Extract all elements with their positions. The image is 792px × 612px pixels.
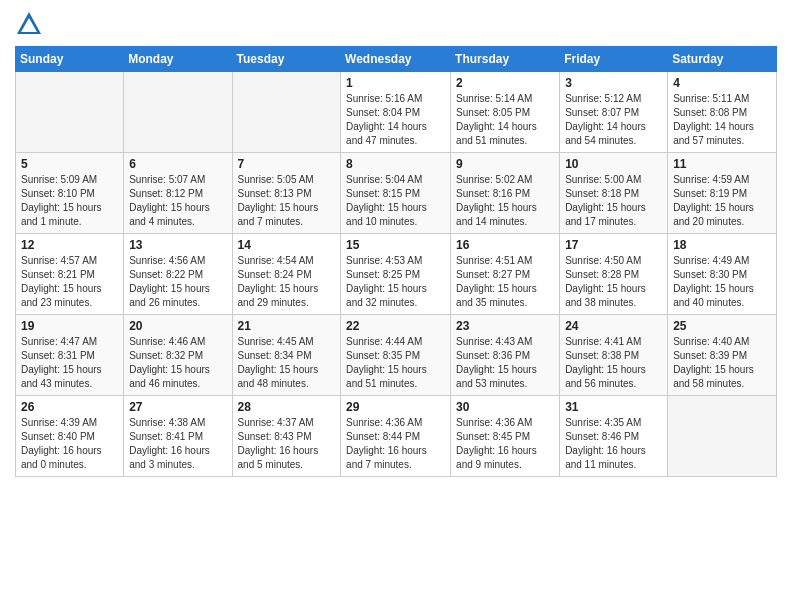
calendar-table: SundayMondayTuesdayWednesdayThursdayFrid… xyxy=(15,46,777,477)
week-row-1: 5Sunrise: 5:09 AMSunset: 8:10 PMDaylight… xyxy=(16,153,777,234)
day-info: Sunrise: 5:05 AMSunset: 8:13 PMDaylight:… xyxy=(238,173,336,229)
day-info: Sunrise: 4:53 AMSunset: 8:25 PMDaylight:… xyxy=(346,254,445,310)
header-cell-monday: Monday xyxy=(124,47,232,72)
calendar-cell: 27Sunrise: 4:38 AMSunset: 8:41 PMDayligh… xyxy=(124,396,232,477)
day-info: Sunrise: 5:00 AMSunset: 8:18 PMDaylight:… xyxy=(565,173,662,229)
day-number: 25 xyxy=(673,319,771,333)
calendar-cell: 12Sunrise: 4:57 AMSunset: 8:21 PMDayligh… xyxy=(16,234,124,315)
day-number: 26 xyxy=(21,400,118,414)
calendar-cell: 30Sunrise: 4:36 AMSunset: 8:45 PMDayligh… xyxy=(451,396,560,477)
calendar-cell: 14Sunrise: 4:54 AMSunset: 8:24 PMDayligh… xyxy=(232,234,341,315)
day-info: Sunrise: 4:36 AMSunset: 8:44 PMDaylight:… xyxy=(346,416,445,472)
day-info: Sunrise: 4:47 AMSunset: 8:31 PMDaylight:… xyxy=(21,335,118,391)
header-cell-friday: Friday xyxy=(560,47,668,72)
week-row-3: 19Sunrise: 4:47 AMSunset: 8:31 PMDayligh… xyxy=(16,315,777,396)
day-info: Sunrise: 5:09 AMSunset: 8:10 PMDaylight:… xyxy=(21,173,118,229)
day-number: 21 xyxy=(238,319,336,333)
calendar-cell xyxy=(16,72,124,153)
week-row-0: 1Sunrise: 5:16 AMSunset: 8:04 PMDaylight… xyxy=(16,72,777,153)
calendar-cell: 16Sunrise: 4:51 AMSunset: 8:27 PMDayligh… xyxy=(451,234,560,315)
day-number: 2 xyxy=(456,76,554,90)
day-number: 23 xyxy=(456,319,554,333)
header-row: SundayMondayTuesdayWednesdayThursdayFrid… xyxy=(16,47,777,72)
day-number: 1 xyxy=(346,76,445,90)
calendar-cell: 24Sunrise: 4:41 AMSunset: 8:38 PMDayligh… xyxy=(560,315,668,396)
day-number: 18 xyxy=(673,238,771,252)
day-info: Sunrise: 4:38 AMSunset: 8:41 PMDaylight:… xyxy=(129,416,226,472)
day-info: Sunrise: 4:59 AMSunset: 8:19 PMDaylight:… xyxy=(673,173,771,229)
calendar-cell xyxy=(668,396,777,477)
calendar-cell: 18Sunrise: 4:49 AMSunset: 8:30 PMDayligh… xyxy=(668,234,777,315)
day-info: Sunrise: 4:50 AMSunset: 8:28 PMDaylight:… xyxy=(565,254,662,310)
calendar-cell: 29Sunrise: 4:36 AMSunset: 8:44 PMDayligh… xyxy=(341,396,451,477)
day-number: 24 xyxy=(565,319,662,333)
day-number: 7 xyxy=(238,157,336,171)
day-info: Sunrise: 4:57 AMSunset: 8:21 PMDaylight:… xyxy=(21,254,118,310)
day-info: Sunrise: 4:40 AMSunset: 8:39 PMDaylight:… xyxy=(673,335,771,391)
calendar-cell: 1Sunrise: 5:16 AMSunset: 8:04 PMDaylight… xyxy=(341,72,451,153)
calendar-cell: 22Sunrise: 4:44 AMSunset: 8:35 PMDayligh… xyxy=(341,315,451,396)
day-number: 6 xyxy=(129,157,226,171)
day-number: 22 xyxy=(346,319,445,333)
day-info: Sunrise: 5:11 AMSunset: 8:08 PMDaylight:… xyxy=(673,92,771,148)
calendar-cell: 25Sunrise: 4:40 AMSunset: 8:39 PMDayligh… xyxy=(668,315,777,396)
week-row-4: 26Sunrise: 4:39 AMSunset: 8:40 PMDayligh… xyxy=(16,396,777,477)
day-number: 20 xyxy=(129,319,226,333)
header xyxy=(15,10,777,38)
day-number: 15 xyxy=(346,238,445,252)
calendar-cell: 2Sunrise: 5:14 AMSunset: 8:05 PMDaylight… xyxy=(451,72,560,153)
calendar-header: SundayMondayTuesdayWednesdayThursdayFrid… xyxy=(16,47,777,72)
calendar-cell: 6Sunrise: 5:07 AMSunset: 8:12 PMDaylight… xyxy=(124,153,232,234)
calendar-cell xyxy=(124,72,232,153)
day-info: Sunrise: 4:39 AMSunset: 8:40 PMDaylight:… xyxy=(21,416,118,472)
day-info: Sunrise: 5:07 AMSunset: 8:12 PMDaylight:… xyxy=(129,173,226,229)
calendar-cell: 20Sunrise: 4:46 AMSunset: 8:32 PMDayligh… xyxy=(124,315,232,396)
calendar-cell: 10Sunrise: 5:00 AMSunset: 8:18 PMDayligh… xyxy=(560,153,668,234)
day-number: 5 xyxy=(21,157,118,171)
calendar-cell: 31Sunrise: 4:35 AMSunset: 8:46 PMDayligh… xyxy=(560,396,668,477)
page: SundayMondayTuesdayWednesdayThursdayFrid… xyxy=(0,0,792,612)
calendar-cell: 23Sunrise: 4:43 AMSunset: 8:36 PMDayligh… xyxy=(451,315,560,396)
day-info: Sunrise: 4:45 AMSunset: 8:34 PMDaylight:… xyxy=(238,335,336,391)
logo xyxy=(15,10,47,38)
week-row-2: 12Sunrise: 4:57 AMSunset: 8:21 PMDayligh… xyxy=(16,234,777,315)
calendar-cell: 5Sunrise: 5:09 AMSunset: 8:10 PMDaylight… xyxy=(16,153,124,234)
day-number: 27 xyxy=(129,400,226,414)
calendar-cell: 26Sunrise: 4:39 AMSunset: 8:40 PMDayligh… xyxy=(16,396,124,477)
day-number: 8 xyxy=(346,157,445,171)
day-info: Sunrise: 4:46 AMSunset: 8:32 PMDaylight:… xyxy=(129,335,226,391)
calendar-cell: 13Sunrise: 4:56 AMSunset: 8:22 PMDayligh… xyxy=(124,234,232,315)
day-number: 13 xyxy=(129,238,226,252)
header-cell-wednesday: Wednesday xyxy=(341,47,451,72)
calendar-cell: 17Sunrise: 4:50 AMSunset: 8:28 PMDayligh… xyxy=(560,234,668,315)
day-info: Sunrise: 4:54 AMSunset: 8:24 PMDaylight:… xyxy=(238,254,336,310)
calendar-cell: 9Sunrise: 5:02 AMSunset: 8:16 PMDaylight… xyxy=(451,153,560,234)
day-info: Sunrise: 4:36 AMSunset: 8:45 PMDaylight:… xyxy=(456,416,554,472)
day-number: 12 xyxy=(21,238,118,252)
day-info: Sunrise: 5:04 AMSunset: 8:15 PMDaylight:… xyxy=(346,173,445,229)
day-number: 4 xyxy=(673,76,771,90)
day-number: 28 xyxy=(238,400,336,414)
day-number: 11 xyxy=(673,157,771,171)
day-info: Sunrise: 4:49 AMSunset: 8:30 PMDaylight:… xyxy=(673,254,771,310)
calendar-cell: 15Sunrise: 4:53 AMSunset: 8:25 PMDayligh… xyxy=(341,234,451,315)
header-cell-thursday: Thursday xyxy=(451,47,560,72)
day-number: 17 xyxy=(565,238,662,252)
day-info: Sunrise: 4:41 AMSunset: 8:38 PMDaylight:… xyxy=(565,335,662,391)
header-cell-tuesday: Tuesday xyxy=(232,47,341,72)
calendar-body: 1Sunrise: 5:16 AMSunset: 8:04 PMDaylight… xyxy=(16,72,777,477)
day-number: 3 xyxy=(565,76,662,90)
day-info: Sunrise: 4:44 AMSunset: 8:35 PMDaylight:… xyxy=(346,335,445,391)
header-cell-sunday: Sunday xyxy=(16,47,124,72)
calendar-cell: 11Sunrise: 4:59 AMSunset: 8:19 PMDayligh… xyxy=(668,153,777,234)
calendar-cell: 21Sunrise: 4:45 AMSunset: 8:34 PMDayligh… xyxy=(232,315,341,396)
day-info: Sunrise: 5:14 AMSunset: 8:05 PMDaylight:… xyxy=(456,92,554,148)
day-number: 30 xyxy=(456,400,554,414)
day-number: 14 xyxy=(238,238,336,252)
day-info: Sunrise: 5:16 AMSunset: 8:04 PMDaylight:… xyxy=(346,92,445,148)
day-info: Sunrise: 5:12 AMSunset: 8:07 PMDaylight:… xyxy=(565,92,662,148)
calendar-cell: 7Sunrise: 5:05 AMSunset: 8:13 PMDaylight… xyxy=(232,153,341,234)
day-number: 19 xyxy=(21,319,118,333)
day-number: 9 xyxy=(456,157,554,171)
day-info: Sunrise: 5:02 AMSunset: 8:16 PMDaylight:… xyxy=(456,173,554,229)
